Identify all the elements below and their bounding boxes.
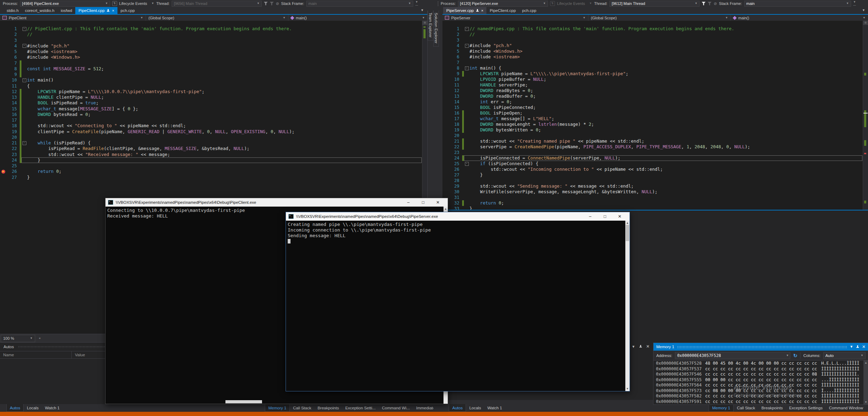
fold-gutter[interactable] (21, 169, 27, 174)
memory-row[interactable]: 0x000000E43057F55500 00 00 cc cc cc cc c… (656, 377, 863, 383)
solution-explorer-tab[interactable]: Solution Explorer (433, 11, 439, 47)
breakpoint-gutter[interactable] (442, 138, 449, 144)
code-line-4[interactable]: 4-#include "pch.h" (0, 43, 422, 49)
process-dropdown[interactable]: [4984] PipeClient.exe▼ (20, 1, 110, 7)
breakpoint-gutter[interactable] (0, 106, 6, 112)
panel-tab-call-stack[interactable]: Call Stack (734, 404, 758, 412)
lifecycle-events-button[interactable]: Lifecycle Events (557, 1, 585, 6)
code-line-27[interactable]: 27} (0, 175, 422, 180)
breakpoint-gutter[interactable] (442, 37, 449, 43)
panel-tab-immediate-window[interactable]: Immediate Window (866, 404, 868, 412)
breakpoint-gutter[interactable] (0, 89, 6, 95)
code-line-22[interactable]: 22 isPipeRead = ReadFile(clientPipe, &me… (0, 146, 422, 151)
breakpoint-gutter[interactable] (0, 77, 6, 83)
breakpoint-gutter[interactable] (0, 60, 6, 66)
maximize-button[interactable]: □ (416, 200, 430, 205)
pin-icon[interactable] (639, 345, 642, 349)
panel-tab-memory-1[interactable]: Memory 1 (265, 404, 290, 412)
panel-tab-locals[interactable]: Locals (466, 404, 484, 412)
project-dropdown[interactable]: PipeClient▼ (0, 15, 146, 21)
fold-gutter[interactable] (21, 60, 27, 66)
project-dropdown[interactable]: PipeServer▼ (442, 15, 588, 21)
suppress-filter-icon[interactable]: ⊘ (714, 2, 717, 6)
code-line-32[interactable]: 32 return 0; (442, 200, 862, 206)
filter-threads-icon[interactable] (702, 2, 706, 5)
fold-marker[interactable]: - (465, 27, 469, 31)
breakpoint-gutter[interactable] (0, 72, 6, 77)
code-line-25[interactable]: 25- if (isPipeConnected) { (442, 161, 862, 167)
breakpoint-gutter[interactable] (442, 54, 449, 60)
scroll-down-icon[interactable]: ▼ (864, 401, 867, 404)
close-icon[interactable]: × (112, 9, 114, 13)
tab-list-chevron-icon[interactable]: ▼ (862, 8, 865, 12)
panel-tab-locals[interactable]: Locals (24, 404, 42, 412)
scope-dropdown[interactable]: (Global Scope)▼ (588, 15, 731, 21)
code-line-12[interactable]: 12 LPCWSTR pipeName = L"\\\\10.0.0.7\\pi… (0, 89, 422, 95)
fold-marker[interactable]: - (23, 27, 26, 31)
fold-gutter[interactable] (21, 32, 27, 37)
fold-gutter[interactable] (464, 37, 470, 43)
panel-tab-command-wi-[interactable]: Command Wi... (379, 404, 413, 412)
close-icon[interactable]: × (481, 9, 483, 13)
memory-row[interactable]: 0x000000E43057F52848 00 45 00 4c 00 4c 0… (656, 361, 863, 366)
fold-gutter[interactable] (464, 88, 470, 93)
fold-gutter[interactable] (21, 89, 27, 95)
breakpoint-gutter[interactable] (0, 83, 6, 89)
panel-tab-exception-settings[interactable]: Exception Settings (786, 404, 826, 412)
code-line-1[interactable]: 1-// PipeClient.cpp : This file contains… (0, 26, 422, 32)
toolbar-grip[interactable] (438, 1, 439, 6)
chevron-down-icon[interactable]: ▼ (589, 2, 592, 5)
breakpoint-gutter[interactable] (442, 167, 449, 172)
toolbar-overflow-button[interactable]: ▼― (853, 0, 856, 7)
refresh-icon[interactable]: ↻ (793, 353, 797, 358)
fold-gutter[interactable] (21, 49, 27, 54)
breakpoint-gutter[interactable] (442, 82, 449, 88)
code-line-20[interactable]: 20 (0, 135, 422, 140)
code-line-26[interactable]: 26 return 0; (0, 169, 422, 174)
panel-tab-breakpoints[interactable]: Breakpoints (314, 404, 342, 412)
code-line-2[interactable]: 2// (442, 32, 862, 37)
code-line-20[interactable]: 20 (442, 133, 862, 138)
panel-tab-breakpoints[interactable]: Breakpoints (758, 404, 786, 412)
splitter-handle[interactable]: ⊟ (863, 21, 868, 25)
fold-gutter[interactable] (464, 155, 470, 161)
code-line-14[interactable]: 14 BOOL isPipeRead = true; (0, 100, 422, 106)
doc-tab[interactable]: pch.cpp (117, 7, 138, 14)
memory-row[interactable]: 0x000000E43057F564cc cc cc cc cc cc cc c… (656, 383, 863, 388)
code-line-29[interactable]: 29 std::wcout << "Sending message: " << … (442, 183, 862, 189)
doc-tab[interactable]: iosfwd (58, 7, 76, 14)
fold-gutter[interactable] (464, 82, 470, 88)
console-titlebar[interactable]: \\VBOXSVR\Experiments\namedPipes\namedPi… (286, 212, 630, 221)
fold-gutter[interactable] (21, 152, 27, 157)
window-position-chevron-icon[interactable]: ▼ (850, 345, 853, 349)
code-line-16[interactable]: 16 DWORD bytesRead = 0; (0, 112, 422, 117)
splitter-handle[interactable]: ⊟ (422, 21, 427, 25)
editor-vertical-scrollbar[interactable]: ⊟ (863, 21, 868, 210)
breakpoint-gutter[interactable] (0, 66, 6, 72)
breakpoint-gutter[interactable] (0, 54, 6, 60)
fold-marker[interactable]: - (465, 66, 469, 70)
panel-tab-autos[interactable]: Autos (449, 404, 466, 412)
minimize-button[interactable]: – (583, 214, 598, 219)
fold-gutter[interactable] (21, 117, 27, 123)
fold-gutter[interactable] (21, 135, 27, 140)
code-line-16[interactable]: 16 BOOL isPipeOpen; (442, 110, 862, 116)
memory-row[interactable]: 0x000000E43057F582cc cc cc cc cc cc cc c… (656, 394, 863, 399)
fold-gutter[interactable] (464, 54, 470, 60)
thread-dropdown[interactable]: [9656] Main Thread▼ (172, 1, 262, 7)
pin-icon[interactable] (107, 9, 110, 13)
code-line-19[interactable]: 19 DWORD bytesWritten = 0; (442, 127, 862, 133)
code-line-15[interactable]: 15 wchar_t message[MESSAGE_SIZE] = { 0 }… (0, 106, 422, 112)
toolbar-overflow-button[interactable]: ▼― (415, 0, 419, 7)
code-line-24[interactable]: 24 } (0, 157, 422, 163)
fold-gutter[interactable] (21, 112, 27, 117)
filter-flagged-icon[interactable] (708, 2, 711, 5)
code-line-18[interactable]: 18 DWORD messageLenght = lstrlen(message… (442, 122, 862, 127)
code-editor-pipeserver[interactable]: 1-// namedPipes.cpp : This file contains… (442, 21, 868, 210)
panel-tab-exception-setti-[interactable]: Exception Setti... (342, 404, 379, 412)
code-line-30[interactable]: 30 WriteFile(serverPipe, message, messag… (442, 189, 862, 195)
fold-gutter[interactable] (21, 38, 27, 43)
code-line-3[interactable]: 3 (0, 38, 422, 43)
fold-gutter[interactable] (464, 71, 470, 77)
fold-gutter[interactable]: - (464, 43, 470, 48)
